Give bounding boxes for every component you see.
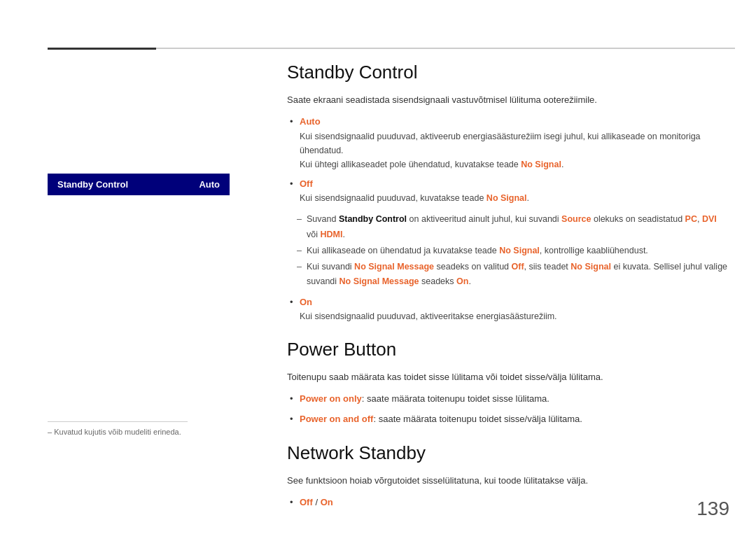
power-on-only-text: : saate määrata toitenupu toidet sisse l… xyxy=(362,393,550,404)
dash-note-3: Kui suvandi No Signal Message seadeks on… xyxy=(294,260,728,290)
on-highlight-1: On xyxy=(456,276,468,286)
power-button-bullet-list: Power on only: saate määrata toitenupu t… xyxy=(287,392,728,427)
no-signal-message-bold-2: No Signal Message xyxy=(340,276,419,286)
standby-control-title: Standby Control xyxy=(287,62,728,83)
sidebar-bottom-line xyxy=(48,421,188,422)
sidebar-item-standby-control[interactable]: Standby Control Auto xyxy=(48,174,230,195)
on-label: On xyxy=(321,497,333,507)
source-bold: Source xyxy=(561,214,591,224)
no-signal-highlight-1: No Signal xyxy=(521,160,561,169)
power-button-title: Power Button xyxy=(287,339,728,360)
bullet-on-label: On xyxy=(300,297,312,307)
main-content: Standby Control Saate ekraani seadistada… xyxy=(287,62,728,506)
bullet-power-on-off: Power on and off: saate määrata toitenup… xyxy=(287,412,728,427)
sidebar: Standby Control Auto – Kuvatud kujutis v… xyxy=(21,63,224,492)
network-standby-bullet-list: Off / On xyxy=(287,496,728,510)
standby-control-section: Standby Control Saate ekraani seadistada… xyxy=(287,62,728,323)
bullet-power-on-only: Power on only: saate määrata toitenupu t… xyxy=(287,392,728,407)
standby-control-bullet-list: Auto Kui sisendsignaalid puuduvad, aktiv… xyxy=(287,115,728,206)
no-signal-highlight-2: No Signal xyxy=(486,193,527,203)
dash-note-1: Suvand Standby Control on aktiveeritud a… xyxy=(294,212,728,242)
network-standby-section: Network Standby See funktsioon hoiab võr… xyxy=(287,442,728,510)
pc-bold: PC xyxy=(685,214,697,224)
standby-control-bold: Standby Control xyxy=(339,214,407,224)
bullet-off-label: Off xyxy=(300,178,313,189)
dash-note-2: Kui allikaseade on ühendatud ja kuvataks… xyxy=(294,244,728,258)
bullet-on: On Kui sisendsignaalid puuduvad, aktivee… xyxy=(287,295,728,324)
power-button-desc: Toitenupu saab määrata kas toidet sisse … xyxy=(287,370,728,385)
bullet-off: Off Kui sisendsignaalid puuduvad, kuvata… xyxy=(287,177,728,206)
hdmi-bold: HDMI xyxy=(320,230,342,239)
network-standby-title: Network Standby xyxy=(287,442,728,464)
power-button-section: Power Button Toitenupu saab määrata kas … xyxy=(287,339,728,426)
sidebar-note: – Kuvatud kujutis võib mudeliti erineda. xyxy=(48,428,181,436)
no-signal-highlight-4: No Signal xyxy=(570,262,611,272)
no-signal-highlight-3: No Signal xyxy=(499,246,540,255)
bullet-off-on: Off / On xyxy=(287,496,728,510)
bullet-auto-line2: Kui ühtegi allikaseadet pole ühendatud, … xyxy=(300,157,728,171)
power-on-off-label: Power on and off xyxy=(300,414,373,424)
power-on-only-label: Power on only xyxy=(300,393,362,404)
separator: / xyxy=(313,497,321,507)
power-on-off-text: : saate määrata toitenupu toidet sisse/v… xyxy=(373,414,582,424)
dvi-bold: DVI xyxy=(702,214,717,224)
off-label: Off xyxy=(300,497,313,507)
bullet-auto: Auto Kui sisendsignaalid puuduvad, aktiv… xyxy=(287,115,728,171)
standby-control-on-list: On Kui sisendsignaalid puuduvad, aktivee… xyxy=(287,295,728,324)
bullet-on-line: Kui sisendsignaalid puuduvad, aktiveerit… xyxy=(300,309,728,323)
bullet-auto-label: Auto xyxy=(300,116,321,127)
sidebar-item-label: Standby Control xyxy=(57,179,128,190)
network-standby-desc: See funktsioon hoiab võrgutoidet sisselü… xyxy=(287,474,728,489)
top-accent-line xyxy=(48,48,156,50)
no-signal-message-bold-1: No Signal Message xyxy=(354,262,434,272)
bullet-off-line1: Kui sisendsignaalid puuduvad, kuvatakse … xyxy=(300,191,728,205)
off-highlight: Off xyxy=(512,262,524,272)
sidebar-item-value: Auto xyxy=(199,179,220,190)
bullet-auto-line1: Kui sisendsignaalid puuduvad, aktiveerub… xyxy=(300,129,728,157)
standby-control-desc: Saate ekraani seadistada sisendsignaali … xyxy=(287,93,728,108)
page-number: 139 xyxy=(696,498,729,520)
standby-control-dash-list: Suvand Standby Control on aktiveeritud a… xyxy=(287,212,728,289)
